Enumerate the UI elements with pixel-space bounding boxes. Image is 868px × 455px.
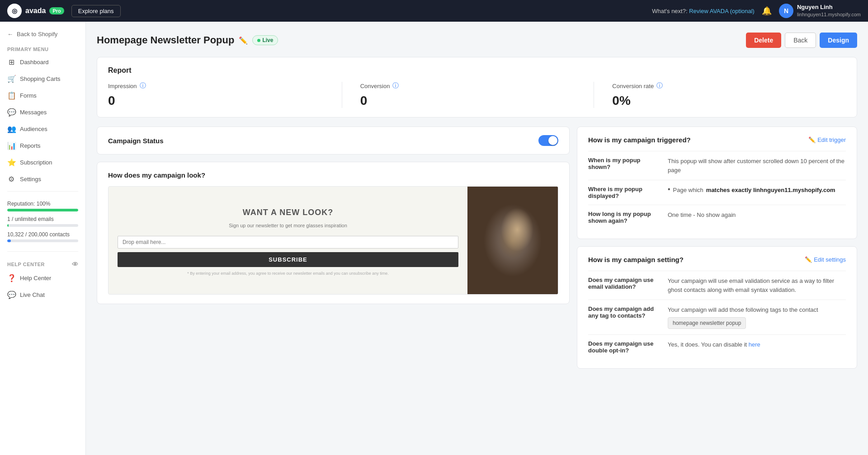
sidebar-item-label: Help Center [20,275,51,281]
reputation-bar [7,209,78,211]
impression-info-icon[interactable]: ⓘ [140,82,146,90]
settings-row-2: Does my campaign use double opt-in? Yes,… [588,334,846,359]
sidebar-item-audiences[interactable]: 👥 Audiences [0,121,85,137]
trigger-row-value-0: This popup will show after customer scro… [668,157,846,174]
sidebar-item-help-center[interactable]: ❓ Help Center [0,270,85,286]
conversion-rate-stat: Conversion rate ⓘ 0% [594,82,846,108]
audiences-icon: 👥 [7,125,15,133]
sidebar-item-messages[interactable]: 💬 Messages [0,104,85,121]
sidebar-item-reports[interactable]: 📊 Reports [0,137,85,154]
delete-button[interactable]: Delete [746,33,781,48]
settings-row-0: Does my campaign use email validation? Y… [588,271,846,300]
popup-preview: WANT A NEW LOOK? Sign up our newsletter … [108,186,558,295]
help-center-eye-icon[interactable]: 👁 [72,261,79,268]
trigger-row-1: Where is my popup displayed? Page which … [588,180,846,205]
page-title-area: Homepage Newsletter Popup ✏️ Live [97,34,278,46]
edit-settings-link[interactable]: ✏️ Edit settings [805,256,846,263]
conversion-rate-value: 0% [612,94,835,108]
primary-menu-label: PRIMARY MENU [0,41,85,54]
trigger-header: How is my campaign triggered? ✏️ Edit tr… [588,136,846,144]
live-dot [257,39,260,42]
campaign-status-label: Campaign Status [108,137,164,145]
page-actions: Delete Back Design [746,33,857,48]
sidebar-item-forms[interactable]: 📋 Forms [0,87,85,104]
design-button[interactable]: Design [820,33,857,48]
edit-trigger-link[interactable]: ✏️ Edit trigger [808,136,846,143]
reputation-label: Reputation: 100% [7,201,78,207]
reputation-section: Reputation: 100% 1 / unlimited emails 10… [0,195,85,248]
settings-icon: ⚙ [7,175,15,183]
double-opt-in-here-link[interactable]: here [749,341,760,348]
right-panel: How is my campaign triggered? ✏️ Edit tr… [577,127,857,369]
conversion-value: 0 [360,94,583,108]
settings-card: How is my campaign setting? ✏️ Edit sett… [577,246,857,369]
campaign-status-toggle[interactable] [538,135,558,146]
report-card: Report Impression ⓘ 0 Conversion ⓘ 0 Con… [97,57,857,117]
review-avada-link[interactable]: Review AVADA (optional) [689,8,755,14]
conversion-info-icon[interactable]: ⓘ [392,82,399,90]
two-column-layout: Campaign Status How does my campaign loo… [97,127,857,369]
popup-fine-print: * By entering your email address, you ag… [187,271,389,277]
sidebar-item-label: Audiences [20,126,47,132]
settings-row-label-0: Does my campaign use email validation? [588,277,660,294]
contacts-bar [7,239,78,242]
report-section-title: Report [108,66,846,75]
edit-title-icon[interactable]: ✏️ [239,36,248,45]
trigger-card: How is my campaign triggered? ✏️ Edit tr… [577,127,857,239]
sidebar-item-label: Live Chat [20,291,45,298]
popup-subscribe-button[interactable]: Subscribe [118,252,458,267]
trigger-row-label-2: How long is my popup shown again? [588,211,660,224]
forms-icon: 📋 [7,91,15,100]
notification-bell-icon[interactable]: 🔔 [762,6,772,16]
sidebar-divider [7,191,78,192]
popup-email-input[interactable] [118,236,458,249]
main-content: Homepage Newsletter Popup ✏️ Live Delete… [86,22,868,455]
edit-settings-icon: ✏️ [805,256,812,263]
sidebar-item-settings[interactable]: ⚙ Settings [0,171,85,188]
impression-value: 0 [108,94,331,108]
sidebar-item-dashboard[interactable]: ⊞ Dashboard [0,54,85,70]
subscription-icon: ⭐ [7,158,15,167]
trigger-title: How is my campaign triggered? [588,136,691,144]
toggle-knob [548,136,557,145]
top-navigation: ◎ avada Pro Explore plans What's next?: … [0,0,868,22]
sidebar-item-live-chat[interactable]: 💬 Live Chat [0,286,85,303]
campaign-look-title: How does my campaign look? [108,171,558,179]
conversion-rate-label: Conversion rate ⓘ [612,82,835,90]
conversion-label: Conversion ⓘ [360,82,583,90]
popup-headline: WANT A NEW LOOK? [243,208,334,217]
page-header: Homepage Newsletter Popup ✏️ Live Delete… [97,33,857,48]
sidebar-item-label: Shopping Carts [20,75,61,82]
popup-right-panel [467,187,558,294]
pro-badge: Pro [49,7,64,14]
trigger-row-0: When is my popup shown? This popup will … [588,151,846,180]
sidebar-divider-2 [7,251,78,252]
messages-icon: 💬 [7,108,15,117]
report-stats: Impression ⓘ 0 Conversion ⓘ 0 Conversion… [108,82,846,108]
sidebar-item-label: Messages [20,109,47,116]
logo: ◎ avada Pro [7,4,64,18]
help-center-icon: ❓ [7,274,15,282]
settings-row-label-2: Does my campaign use double opt-in? [588,340,660,354]
shopping-carts-icon: 🛒 [7,75,15,83]
explore-plans-button[interactable]: Explore plans [71,5,121,17]
sidebar-item-subscription[interactable]: ⭐ Subscription [0,154,85,171]
trigger-bullet: Page which matches exactly linhnguyen11.… [668,186,846,195]
help-center-section-label: HELP CENTER 👁 [0,255,85,270]
trigger-row-label-1: Where is my popup displayed? [588,186,660,199]
contacts-label: 10,322 / 200,000 contacts [7,231,78,238]
emails-label: 1 / unlimited emails [7,216,78,222]
sidebar-item-label: Subscription [20,159,52,166]
right-column: How is my campaign triggered? ✏️ Edit tr… [577,127,857,369]
settings-row-value-1: Your campaign will add those following t… [668,305,846,329]
popup-photo [467,187,558,294]
logo-icon: ◎ [7,4,22,18]
trigger-row-2: How long is my popup shown again? One ti… [588,205,846,230]
sidebar-item-shopping-carts[interactable]: 🛒 Shopping Carts [0,70,85,87]
reputation-fill [7,209,78,211]
settings-header: How is my campaign setting? ✏️ Edit sett… [588,256,846,263]
conversion-rate-info-icon[interactable]: ⓘ [656,82,663,90]
back-to-shopify-link[interactable]: ← Back to Shopify [0,27,85,41]
page-title: Homepage Newsletter Popup [97,34,234,46]
back-button[interactable]: Back [785,33,816,48]
